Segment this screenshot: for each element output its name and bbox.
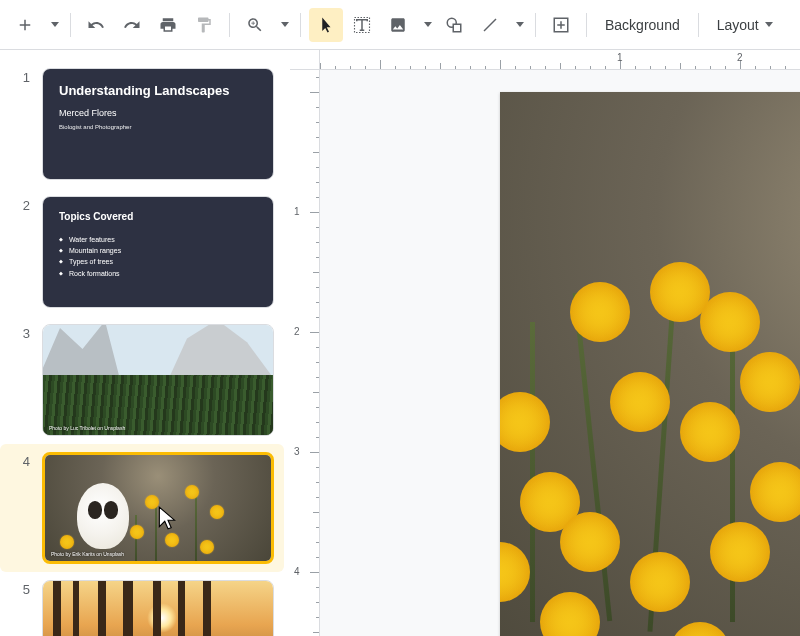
canvas-area: /*placeholder*/ 12 1234 [290, 50, 800, 636]
line-tool[interactable] [473, 8, 507, 42]
image-tool[interactable] [381, 8, 415, 42]
slide-canvas[interactable] [500, 92, 800, 636]
slide-thumbnail[interactable]: 4 Photo by Erik Karits on Unsplash [0, 444, 284, 572]
slide-number: 2 [18, 196, 30, 308]
photo-credit: Photo by Luc Tribolet on Unsplash [49, 425, 125, 431]
shape-tool[interactable] [437, 8, 471, 42]
chevron-down-icon [765, 22, 773, 27]
paint-format-button[interactable] [187, 8, 221, 42]
slide-number: 1 [18, 68, 30, 180]
vertical-ruler[interactable]: 1234 [290, 70, 320, 636]
separator [698, 13, 699, 37]
owl-photo: Photo by Erik Karits on Unsplash [45, 455, 271, 561]
slide-title: Understanding Landscapes [59, 83, 257, 98]
horizontal-ruler[interactable]: /*placeholder*/ 12 [320, 50, 800, 70]
separator [70, 13, 71, 37]
text-box-tool[interactable] [345, 8, 379, 42]
chevron-down-icon [516, 22, 524, 27]
slide-thumbnail[interactable]: 3 Photo by Luc Tribolet on Unsplash [0, 316, 284, 444]
slide-thumbnail[interactable]: 5 [0, 572, 284, 636]
background-button[interactable]: Background [595, 8, 690, 42]
slide-subtitle: Merced Flores [59, 108, 257, 118]
chevron-down-icon [51, 22, 59, 27]
redo-button[interactable] [115, 8, 149, 42]
ruler-corner [290, 50, 320, 70]
separator [586, 13, 587, 37]
chevron-down-icon [281, 22, 289, 27]
slide-thumbnail[interactable]: 1 Understanding Landscapes Merced Flores… [0, 60, 284, 188]
separator [300, 13, 301, 37]
slide-thumbnail[interactable]: 2 Topics Covered Water features Mountain… [0, 188, 284, 316]
slide-number: 3 [18, 324, 30, 436]
svg-line-3 [484, 19, 496, 31]
undo-button[interactable] [79, 8, 113, 42]
svg-rect-2 [453, 24, 461, 32]
zoom-button[interactable] [238, 8, 272, 42]
slide-stage[interactable] [320, 70, 800, 636]
slide-role: Biologist and Photographer [59, 124, 257, 130]
layout-label: Layout [717, 17, 759, 33]
mountain-photo: Photo by Luc Tribolet on Unsplash [43, 325, 273, 435]
slide-number: 4 [18, 452, 30, 564]
zoom-dropdown[interactable] [274, 8, 292, 42]
slide-number: 5 [18, 580, 30, 636]
slide-heading: Topics Covered [59, 211, 257, 222]
separator [229, 13, 230, 37]
separator [535, 13, 536, 37]
owl-photo-large [500, 92, 800, 636]
slide-filmstrip[interactable]: 1 Understanding Landscapes Merced Flores… [0, 50, 290, 636]
photo-credit: Photo by Erik Karits on Unsplash [51, 551, 124, 557]
image-dropdown[interactable] [417, 8, 435, 42]
main-toolbar: Background Layout [0, 0, 800, 50]
layout-button[interactable]: Layout [707, 8, 783, 42]
line-dropdown[interactable] [509, 8, 527, 42]
slide-bullets: Water features Mountain ranges Types of … [59, 234, 257, 279]
select-tool[interactable] [309, 8, 343, 42]
chevron-down-icon [424, 22, 432, 27]
new-slide-button[interactable] [8, 8, 42, 42]
forest-photo [43, 581, 273, 636]
print-button[interactable] [151, 8, 185, 42]
new-slide-dropdown[interactable] [44, 8, 62, 42]
comment-button[interactable] [544, 8, 578, 42]
